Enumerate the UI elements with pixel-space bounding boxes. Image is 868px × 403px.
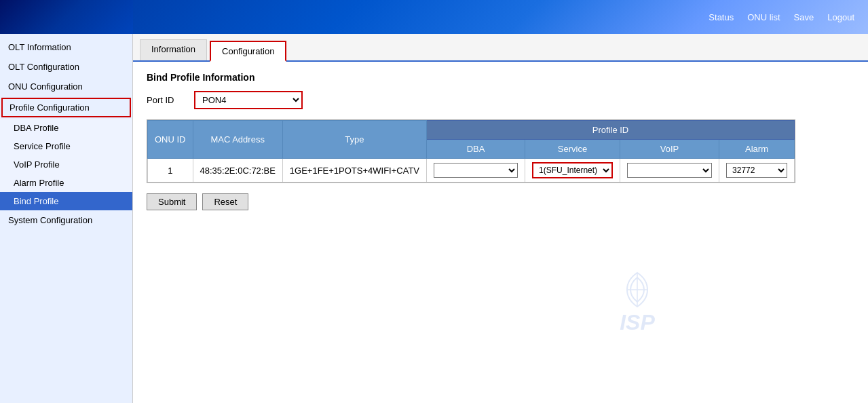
sidebar-sub-dba-profile[interactable]: DBA Profile (0, 119, 132, 137)
bind-profile-table-wrapper: ONU ID MAC Address Type Profile ID DBA S… (147, 119, 795, 183)
cell-type: 1GE+1FE+1POTS+4WIFI+CATV (282, 159, 426, 183)
cell-voip[interactable]: 1(VoIP_Profile_1) 2(VoIP_Profile_2) (620, 159, 719, 183)
button-row: Submit Reset (147, 193, 854, 210)
section-title: Bind Profile Information (147, 72, 854, 83)
cell-mac-address: 48:35:2E:0C:72:BE (193, 159, 282, 183)
save-link[interactable]: Save (794, 12, 814, 22)
dba-select[interactable]: 1(DBA_Profile_1) 2(DBA_Profile_2) (434, 163, 518, 178)
reset-button[interactable]: Reset (202, 193, 248, 210)
content-area: Bind Profile Information Port ID PON1 PO… (133, 62, 868, 403)
layout: OLT Information OLT Configuration ONU Co… (0, 34, 868, 403)
cell-dba[interactable]: 1(DBA_Profile_1) 2(DBA_Profile_2) (427, 159, 525, 183)
service-select[interactable]: 1(SFU_Internet) 2(SFU_IPTV) 3(SFU_VoIP) (532, 162, 613, 178)
onu-list-link[interactable]: ONU list (747, 12, 780, 22)
sidebar-sub-voip-profile[interactable]: VoIP Profile (0, 155, 132, 174)
cell-onu-id: 1 (148, 159, 193, 183)
bind-profile-table: ONU ID MAC Address Type Profile ID DBA S… (147, 120, 795, 183)
sidebar-item-olt-configuration[interactable]: OLT Configuration (0, 57, 132, 77)
sidebar-item-profile-configuration[interactable]: Profile Configuration (1, 98, 131, 117)
submit-button[interactable]: Submit (147, 193, 197, 210)
main-content: Information Configuration Bind Profile I… (133, 34, 868, 403)
th-profile-id: Profile ID (427, 121, 795, 140)
tab-configuration[interactable]: Configuration (210, 41, 286, 62)
cell-alarm[interactable]: 32772 32773 32774 (719, 159, 795, 183)
port-id-label: Port ID (147, 95, 187, 105)
th-onu-id: ONU ID (148, 121, 193, 159)
th-service: Service (525, 140, 620, 159)
header: Status ONU list Save Logout (0, 0, 868, 34)
tab-information[interactable]: Information (140, 39, 207, 60)
th-dba: DBA (427, 140, 525, 159)
sidebar-sub-bind-profile[interactable]: Bind Profile (0, 192, 132, 210)
alarm-select[interactable]: 32772 32773 32774 (726, 163, 787, 178)
th-voip: VoIP (620, 140, 719, 159)
th-type: Type (282, 121, 426, 159)
sidebar-sub-alarm-profile[interactable]: Alarm Profile (0, 174, 132, 192)
port-id-row: Port ID PON1 PON2 PON3 PON4 PON5 PON6 PO… (147, 91, 854, 109)
cell-service[interactable]: 1(SFU_Internet) 2(SFU_IPTV) 3(SFU_VoIP) (525, 159, 620, 183)
sidebar-item-olt-information[interactable]: OLT Information (0, 37, 132, 57)
port-id-select[interactable]: PON1 PON2 PON3 PON4 PON5 PON6 PON7 PON8 (194, 91, 303, 109)
sidebar-item-system-configuration[interactable]: System Configuration (0, 210, 132, 230)
voip-select[interactable]: 1(VoIP_Profile_1) 2(VoIP_Profile_2) (627, 163, 712, 178)
tabs-bar: Information Configuration (133, 34, 868, 62)
th-alarm: Alarm (719, 140, 795, 159)
table-row: 1 48:35:2E:0C:72:BE 1GE+1FE+1POTS+4WIFI+… (148, 159, 795, 183)
logout-link[interactable]: Logout (827, 12, 854, 22)
sidebar-item-onu-configuration[interactable]: ONU Configuration (0, 77, 132, 96)
header-logo (0, 0, 133, 34)
sidebar-sub-service-profile[interactable]: Service Profile (0, 137, 132, 155)
status-link[interactable]: Status (709, 12, 734, 22)
th-mac-address: MAC Address (193, 121, 282, 159)
sidebar: OLT Information OLT Configuration ONU Co… (0, 34, 133, 403)
header-nav: Status ONU list Save Logout (709, 12, 854, 22)
